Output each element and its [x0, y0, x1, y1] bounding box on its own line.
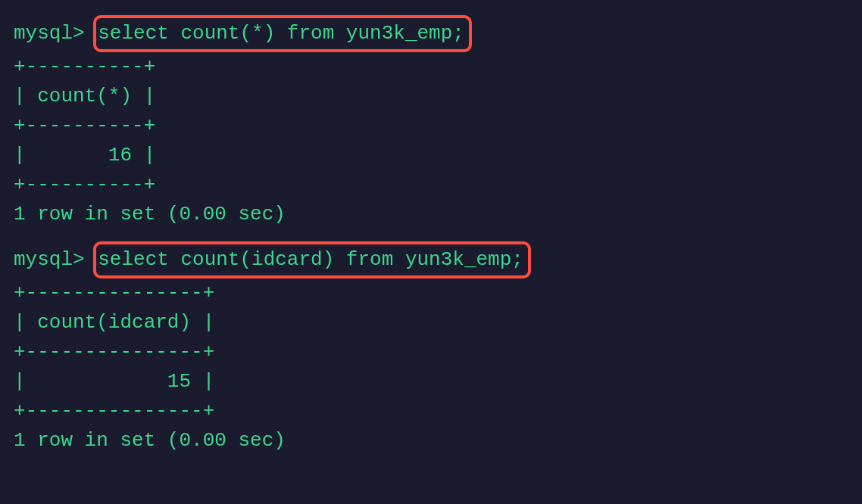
mysql-prompt: mysql> — [14, 248, 96, 271]
query-text-2: select count(idcard) from yun3k_emp; — [98, 248, 523, 271]
highlighted-query-1: select count(*) from yun3k_emp; — [93, 15, 472, 52]
result-status-1: 1 row in set (0.00 sec) — [14, 200, 848, 229]
query-line-1: mysql> select count(*) from yun3k_emp; — [14, 15, 848, 52]
result-border-top-2: +---------------+ — [14, 278, 848, 308]
result-value-2: | 15 | — [14, 367, 848, 397]
mysql-prompt: mysql> — [14, 22, 96, 45]
result-value-1: | 16 | — [14, 141, 848, 170]
query-line-2: mysql> select count(idcard) from yun3k_e… — [14, 241, 848, 278]
result-border-bot-2: +---------------+ — [14, 397, 848, 426]
result-border-mid-2: +---------------+ — [14, 338, 848, 367]
result-border-mid-1: +----------+ — [14, 111, 848, 141]
result-status-2: 1 row in set (0.00 sec) — [14, 426, 848, 456]
result-header-1: | count(*) | — [14, 82, 848, 111]
result-header-2: | count(idcard) | — [14, 308, 848, 338]
highlighted-query-2: select count(idcard) from yun3k_emp; — [93, 241, 531, 278]
result-border-top-1: +----------+ — [14, 52, 848, 82]
result-border-bot-1: +----------+ — [14, 170, 848, 200]
query-text-1: select count(*) from yun3k_emp; — [98, 22, 464, 45]
